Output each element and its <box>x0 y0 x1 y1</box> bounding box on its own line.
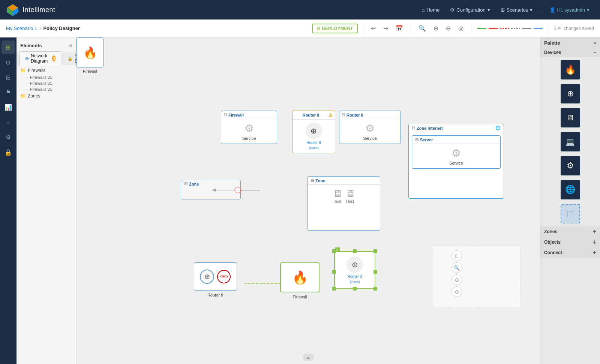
firewall-service-header: ⊟ Firewall <box>221 111 277 119</box>
gear-icon-fw: ⚙ <box>244 122 254 135</box>
firewall-simple-node[interactable]: 🔥 Firewall <box>76 37 104 73</box>
router8-bottom-label: Router 8 <box>207 293 223 297</box>
line-dashed-red[interactable] <box>500 28 509 29</box>
palette-firewall[interactable]: 🔥 <box>561 60 580 79</box>
server-gear-icon: ⚙ <box>452 147 461 159</box>
line-solid-blue[interactable] <box>534 28 543 29</box>
palette-globe[interactable]: 🌐 <box>561 180 580 199</box>
mini-btn-zoom-in[interactable]: ⊕ <box>452 274 462 285</box>
tree-firewalls-01-c[interactable]: Firewalls 01 <box>16 86 76 92</box>
router8-selected-node[interactable]: ⊕ Router 8 (cisco) <box>334 251 375 289</box>
tree-firewalls-01-b[interactable]: Firewalls 01 <box>16 80 76 86</box>
elements-collapse-button[interactable]: « <box>69 42 72 49</box>
router-move-icon: ⊕ <box>200 270 214 284</box>
server-box[interactable]: ⊟ Server ⚙ Service <box>412 135 501 169</box>
line-dashed-gray[interactable] <box>511 28 520 29</box>
line-solid-red[interactable] <box>489 28 498 29</box>
redo-button[interactable]: ↪ <box>381 23 390 33</box>
collapse-icon-zi: ⊟ <box>412 126 415 130</box>
mini-btn-zoom-out[interactable]: ⊖ <box>452 286 462 297</box>
connect-plus-icon: + <box>593 249 596 256</box>
mini-btn-search[interactable]: 🔍 <box>452 262 462 273</box>
handle-tc[interactable] <box>353 249 357 253</box>
palette-expand-button[interactable]: » <box>593 40 596 46</box>
logo-icon <box>6 3 20 16</box>
handle-tr[interactable] <box>374 249 377 253</box>
chevron-down-icon-3: ▾ <box>587 7 590 13</box>
sidebar-item-grid[interactable]: ⊟ <box>2 70 15 84</box>
target-button[interactable]: ◎ <box>456 23 466 33</box>
router-icon: ⊕ <box>310 126 317 135</box>
palette-gear[interactable]: ⚙ <box>561 156 580 175</box>
tab-network[interactable]: ⊕ Network Diagram 3 <box>20 51 61 65</box>
palette-server-icon: 🖥 <box>567 114 574 122</box>
line-solid-green[interactable] <box>477 28 486 29</box>
handle-bc[interactable] <box>353 287 357 291</box>
objects-section-header[interactable]: Objects + <box>540 237 600 247</box>
sidebar-item-lock[interactable]: 🔒 <box>2 145 15 159</box>
zones-section-header[interactable]: Zones + <box>540 226 600 237</box>
diagram-canvas[interactable]: − ⤢ 🔥 Firewall ⊟ Firewall <box>76 37 540 364</box>
zone-internet-box[interactable]: ⊟ Zone Internet 🌐 ⊟ Server ⚙ Service <box>408 124 504 199</box>
router8-service-node[interactable]: ⊟ Router 8 ⚙ Service <box>339 111 401 144</box>
palette-selection[interactable]: ⬚ <box>561 204 580 223</box>
cisco-logo: CISCO <box>217 270 231 283</box>
nav-home[interactable]: ⌂ Home <box>417 5 444 15</box>
tree-firewalls-01-a[interactable]: Firewalls 01 <box>16 74 76 80</box>
zoom-out-button[interactable]: ⊖ <box>444 23 453 33</box>
firewall-bottom-node[interactable]: 🔥 Firewall <box>280 262 320 299</box>
firewall-simple-label: Firewall <box>83 69 97 73</box>
search-button[interactable]: 🔍 <box>416 23 428 33</box>
zone-empty-box[interactable]: ⊞ Zone <box>181 180 241 199</box>
handle-ml[interactable] <box>332 270 336 274</box>
expand-icon-ze: ⊞ <box>184 181 188 186</box>
palette-device[interactable]: 💻 <box>561 132 580 151</box>
diagram-container: − ⤢ 🔥 Firewall ⊟ Firewall <box>76 37 540 364</box>
deploy-button[interactable]: ⊡ DEPLOYMENT <box>312 24 357 33</box>
tree-firewalls[interactable]: 📁 Firewalls <box>16 67 76 74</box>
router8-cisco-bottom[interactable]: ⊕ CISCO Router 8 <box>191 262 240 297</box>
sidebar-item-table[interactable]: ≡ <box>2 115 15 129</box>
handle-mr[interactable] <box>374 270 377 274</box>
host1-icon: 🖥 <box>333 188 342 199</box>
connect-section-header[interactable]: Connect + <box>540 247 600 258</box>
elements-tree: 📁 Firewalls Firewalls 01 Firewalls 01 Fi… <box>16 65 76 101</box>
devices-collapse-btn[interactable]: − <box>594 50 596 55</box>
drop-area[interactable] <box>433 246 521 307</box>
zone-hosts-box[interactable]: ⊟ Zone 🖥 Host 🖥 Host <box>307 176 380 231</box>
server-body: ⚙ Service <box>412 144 500 168</box>
elements-panel: Elements « ⊕ Network Diagram 3 🔒 Securit… <box>16 37 76 364</box>
objects-plus-icon: + <box>593 239 596 246</box>
router8-cisco-body: ⊕ Router 8 (cisco) <box>303 120 325 153</box>
handle-br[interactable] <box>374 287 377 291</box>
zones-folder-icon: 📁 <box>20 93 26 99</box>
undo-button[interactable]: ↩ <box>369 23 378 33</box>
host2-icon: 🖥 <box>345 188 355 199</box>
firewall-service-node[interactable]: ⊟ Firewall ⚙ Service <box>221 111 277 144</box>
separator-2 <box>411 23 411 34</box>
grid-icon: ⊞ <box>501 7 505 13</box>
handle-tl[interactable] <box>332 249 336 253</box>
nav-scenarios[interactable]: ⊞ Scenarios ▾ <box>496 5 537 15</box>
router8-cisco-header: Router 8 ⚠ <box>292 111 335 120</box>
nav-user[interactable]: 👤 Hi, sysadmin ▾ <box>545 5 594 15</box>
zoom-in-button[interactable]: ⊕ <box>431 23 441 33</box>
mini-btn-square[interactable]: □ <box>452 250 462 261</box>
sidebar-item-elements[interactable]: ⊞ <box>2 40 15 54</box>
palette-server[interactable]: 🖥 <box>561 108 580 127</box>
calendar-button[interactable]: 📅 <box>393 23 405 33</box>
collapse-icon-r8: ⊟ <box>342 112 345 117</box>
palette-router[interactable]: ⊕ <box>561 84 580 103</box>
tree-zones[interactable]: 📁 Zones <box>16 92 76 100</box>
nav-configuration[interactable]: ⚙ Configuration ▾ <box>446 5 494 15</box>
line-solid-gray[interactable] <box>522 28 531 29</box>
sidebar-item-map[interactable]: ⊙ <box>2 55 15 69</box>
save-status: ℹ All changes saved <box>554 26 594 31</box>
sidebar-item-flag[interactable]: ⚑ <box>2 85 15 99</box>
sidebar-item-chart[interactable]: 📊 <box>2 100 15 114</box>
router8-cisco-node[interactable]: Router 8 ⚠ ⊕ Router 8 (cisco) <box>292 111 335 153</box>
handle-bl[interactable] <box>332 287 336 291</box>
sidebar-item-settings[interactable]: ⚙ <box>2 130 15 144</box>
scroll-handle[interactable]: ▲ <box>303 354 314 361</box>
breadcrumb-parent[interactable]: My Scenario 1 <box>6 25 37 31</box>
